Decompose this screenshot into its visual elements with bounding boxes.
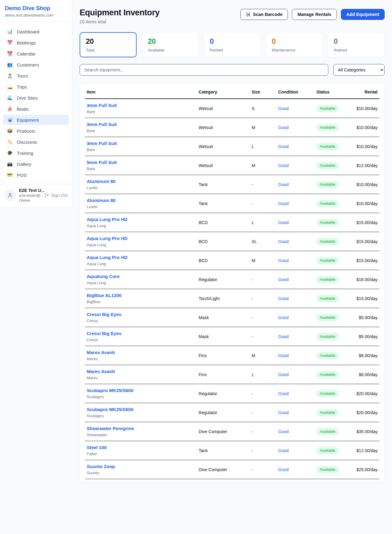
item-name-link[interactable]: Scubapro MK25/S600 [87,407,195,412]
sign-out-button[interactable]: Sign Out [44,193,68,198]
condition-cell: Good [276,384,315,403]
item-name-link[interactable]: Scubapro MK25/S600 [87,388,195,393]
logout-icon [44,193,49,198]
item-cell: Cressi Big Eyes Cressi [85,327,197,346]
stat-cards: 20 Total 20 Available 0 Rented 0 Mainten… [80,32,385,57]
sidebar-item-bookings[interactable]: 📅 Bookings [3,37,69,48]
table-row: Aqualung Core Aqua Lung Regulator - Good… [85,270,379,289]
nav-item-label: Gallery [17,162,32,167]
table-row: Cressi Big Eyes Cressi Mask - Good Avail… [85,327,379,346]
status-badge: Available [316,105,339,112]
item-name-link[interactable]: BigBlue AL1200 [87,293,195,298]
item-name-link[interactable]: Aqua Lung Pro HD [87,236,195,241]
rental-cell: $25.00/day [353,460,379,479]
category-cell: Wetsuit [197,137,250,156]
nav-item-label: Dashboard [17,29,39,34]
item-cell: Scubapro MK25/S600 Scubapro [85,403,197,422]
item-name-link[interactable]: 5mm Full Suit [87,160,195,165]
item-name-link[interactable]: 3mm Full Suit [87,103,195,108]
item-name-link[interactable]: Aluminum 80 [87,179,195,184]
item-cell: 3mm Full Suit Bare [85,99,197,118]
item-name-link[interactable]: Aluminum 80 [87,198,195,203]
status-badge: Available [316,295,339,302]
item-name-link[interactable]: Aqualung Core [87,274,195,279]
item-name-link[interactable]: 3mm Full Suit [87,141,195,146]
sidebar-item-training[interactable]: 🎓 Training [3,148,69,158]
item-name-link[interactable]: Cressi Big Eyes [87,331,195,336]
size-cell: - [250,327,277,346]
sidebar-item-products[interactable]: 📦 Products [3,126,69,136]
sidebar-item-equipment[interactable]: 🤿 Equipment [3,115,69,125]
item-name-link[interactable]: Aqua Lung Pro HD [87,255,195,260]
sidebar-item-boats[interactable]: ⛵ Boats [3,104,69,114]
item-name-link[interactable]: Aqua Lung Pro HD [87,217,195,222]
sidebar-item-trips[interactable]: 🚤 Trips [3,82,69,92]
header-actions: Scan Barcode Manage Rentals Add Equipmen… [240,8,385,20]
sidebar-item-calendar[interactable]: 📆 Calendar [3,48,69,59]
item-name-link[interactable]: Mares Avanti [87,369,195,374]
stat-card[interactable]: 0 Retired [328,32,385,57]
rental-cell: $15.00/day [353,213,379,232]
category-select[interactable]: All Categories [333,64,385,76]
size-cell: M [250,346,277,365]
item-name-link[interactable]: Suunto Zoop [87,464,195,469]
status-badge: Available [316,466,339,473]
item-brand: Faber [87,452,195,456]
item-brand: Bare [87,109,195,114]
stat-card[interactable]: 0 Rented [204,32,261,57]
item-cell: 5mm Full Suit Bare [85,156,197,175]
sidebar-item-discounts[interactable]: 🏷️ Discounts [3,137,69,147]
sidebar-item-customers[interactable]: 👥 Customers [3,59,69,70]
calendar-icon: 📆 [7,51,13,56]
stat-card[interactable]: 0 Maintenance [266,32,322,57]
condition-cell: Good [276,327,315,346]
item-cell: Aqualung Core Aqua Lung [85,270,197,289]
item-name-link[interactable]: Shearwater Peregrine [87,426,195,431]
person-icon [7,193,13,198]
manage-rentals-button[interactable]: Manage Rentals [292,9,337,20]
sidebar-item-dive-sites[interactable]: 🌊 Dive Sites [3,93,69,103]
item-cell: Aluminum 80 Luxfer [85,175,197,194]
main-content: Equipment Inventory 20 items total Scan … [72,0,392,495]
stat-card[interactable]: 20 Total [80,32,137,57]
item-name-link[interactable]: 3mm Full Suit [87,122,195,127]
condition-cell: Good [276,251,315,270]
item-brand: Mares [87,357,195,361]
table-row: Mares Avanti Mares Fins M Good Available… [85,346,379,365]
category-cell: Regulator [197,403,250,422]
status-cell: Available [315,289,353,308]
stat-card[interactable]: 20 Available [141,32,198,57]
rental-cell: $10.00/day [353,194,379,213]
add-equipment-button[interactable]: Add Equipment [341,9,385,20]
nav-item-label: Tours [17,73,28,78]
table-header-row: Item Category Size Condition Status Rent… [85,86,379,99]
condition-cell: Good [276,156,315,175]
table-row: 3mm Full Suit Bare Wetsuit M Good Availa… [85,118,379,137]
rental-cell: $10.00/day [353,175,379,194]
table-row: Aluminum 80 Luxfer Tank - Good Available… [85,175,379,194]
sidebar-item-gallery[interactable]: 📸 Gallery [3,159,69,169]
item-cell: Steel 100 Faber [85,441,197,460]
item-brand: Scubapro [87,395,195,399]
scan-barcode-button[interactable]: Scan Barcode [240,9,288,20]
size-cell: M [250,156,277,175]
nav-item-label: Training [17,151,33,156]
table-row: Shearwater Peregrine Shearwater Dive Com… [85,422,379,441]
sidebar-item-pos[interactable]: 💳 POS [3,170,69,180]
item-name-link[interactable]: Cressi Big Eyes [87,312,195,317]
table-row: Scubapro MK25/S600 Scubapro Regulator - … [85,403,379,422]
stat-value: 0 [210,37,254,46]
status-badge: Available [316,447,339,454]
user-role: Owner [19,198,41,203]
category-cell: Fins [197,365,250,384]
item-name-link[interactable]: Steel 100 [87,445,195,450]
sidebar-item-dashboard[interactable]: 📊 Dashboard [3,26,69,37]
table-row: Cressi Big Eyes Cressi Mask - Good Avail… [85,308,379,327]
category-cell: Torch/Light [197,289,250,308]
status-cell: Available [315,365,353,384]
search-input[interactable] [80,64,328,76]
table-row: Scubapro MK25/S600 Scubapro Regulator - … [85,384,379,403]
sidebar-item-tours[interactable]: 🏝️ Tours [3,71,69,81]
item-name-link[interactable]: Mares Avanti [87,350,195,355]
stat-label: Total [86,48,130,52]
